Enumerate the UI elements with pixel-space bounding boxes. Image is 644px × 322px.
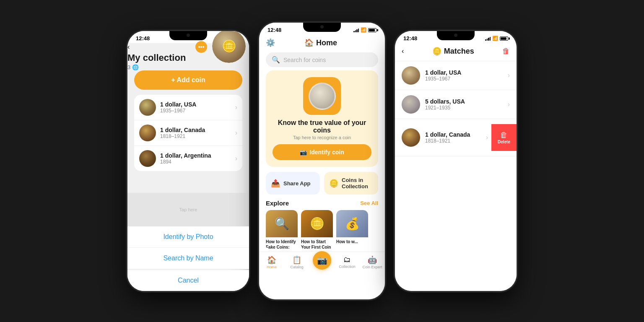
swipe-delete-button[interactable]: 🗑 Delete [491,124,517,151]
matches-screen: ‹ 🪙 Matches 🗑 1 dollar, USA 1935–1967 [395,43,517,156]
match-thumb-3 [402,128,420,147]
expert-nav-icon: 🤖 [368,255,377,265]
search-name-option[interactable]: Search by Name [127,248,249,269]
status-icons-3: 📶 [485,36,508,41]
match-year-2: 1921–1935 [425,105,508,111]
collection-count: 3 🌐 [127,64,249,70]
more-options-button[interactable]: ••• [195,43,207,53]
collection-nav-label: Collection [339,265,356,269]
time-3: 12:48 [403,35,417,42]
coin-info-1: 1 dollar, USA 1935–1967 [160,101,235,114]
phones-container: 12:48 📶 ‹ ••• [119,14,525,308]
coin-thumb-3 [139,150,156,167]
signal-icon-3 [485,36,491,41]
hero-title: Know the true value of your coins [273,119,371,134]
action-sheet-backdrop: Tap here [127,193,249,226]
action-options: Identify by Photo Search by Name [127,226,249,269]
cancel-button[interactable]: Cancel [127,270,249,291]
nav-expert[interactable]: 🤖 Coin Expert [360,254,385,270]
search-bar[interactable]: 🔍 Search for coins [266,52,378,67]
match-year-3: 1818–1921 [425,138,486,144]
matches-header: ‹ 🪙 Matches 🗑 [395,43,517,61]
coin-thumb-2 [139,125,156,141]
phone-home: 12:48 📶 ⚙️ 🏠 Hom [259,23,385,299]
coin-info-3: 1 dollar, Argentina 1894 [160,152,235,165]
match-chevron-2: › [508,101,510,108]
coin-item-3[interactable]: 1 dollar, Argentina 1894 › [134,146,242,171]
identify-coin-button[interactable]: 📷 Identify coin [273,144,371,160]
add-coin-button[interactable]: + Add coin [134,70,242,90]
camera-dot [187,34,190,37]
explore-card-1[interactable]: 🔍 How to Identify Fake Coins: [266,210,298,250]
chevron-icon-2: › [235,129,237,137]
settings-icon[interactable]: ⚙️ [266,38,275,47]
scan-icon: 📷 [300,149,307,156]
match-item-1[interactable]: 1 dollar, USA 1935–1967 › [395,61,517,90]
nav-home[interactable]: 🏠 Home [259,254,284,270]
see-all-button[interactable]: See All [360,200,378,206]
match-item-2[interactable]: 5 dollars, USA 1921–1935 › [395,90,517,119]
coin-year-2: 1818–1921 [160,133,235,139]
back-button-1[interactable]: ‹ [127,43,130,51]
matches-title: 🪙 Matches [432,47,474,56]
coin-info-2: 1 dollar, Canada 1818–1921 [160,127,235,139]
explore-grid: 🔍 How to Identify Fake Coins: 🪙 How to S… [266,210,378,250]
delete-all-button[interactable]: 🗑 [502,47,510,56]
signal-icon-2 [353,28,359,32]
collection-header: ‹ ••• 🪙 My collection 3 🌐 [127,43,249,70]
coin-matches-icon: 🪙 [432,47,441,56]
camera-dot-3 [454,34,457,37]
match-item-3[interactable]: 1 dollar, Canada 1818–1921 › 🗑 Delete [395,119,517,156]
share-icon: 📤 [271,179,280,188]
hero-coin-icon [303,77,341,115]
delete-label: Delete [498,140,510,144]
coin-list: 1 dollar, USA 1935–1967 › 1 dollar, Cana… [134,95,242,171]
camera-nav-button[interactable]: 📷 [313,251,331,270]
phone-collection: 12:48 📶 ‹ ••• [127,31,249,291]
coins-collection-button[interactable]: 🪙 Coins in Collection [324,172,378,195]
match-info-1: 1 dollar, USA 1935–1967 [425,69,508,82]
status-icons-2: 📶 [353,27,377,33]
catalog-nav-icon: 📋 [292,255,301,265]
quick-actions: 📤 Share App 🪙 Coins in Collection [259,169,385,198]
explore-section: Explore See All 🔍 How to Identify Fake C… [259,198,385,252]
home-icon: 🏠 [304,38,314,47]
back-button-3[interactable]: ‹ [402,47,404,55]
hero-subtitle: Tap here to recognize a coin [293,135,351,140]
explore-img-3: 💰 [336,210,368,237]
explore-card-3[interactable]: 💰 How to w... [336,210,368,250]
coin-item-2[interactable]: 1 dollar, Canada 1818–1921 › [134,120,242,146]
time-2: 12:48 [267,27,281,33]
nav-catalog[interactable]: 📋 Catalog [284,254,309,270]
action-sheet: Tap here Identify by Photo Search by Nam… [127,193,249,291]
coin-name-3: 1 dollar, Argentina [160,152,235,159]
explore-title-3: How to w... [336,239,368,244]
search-icon: 🔍 [272,56,280,64]
explore-img-2: 🪙 [301,210,333,237]
match-name-1: 1 dollar, USA [425,69,508,76]
collection-icon: 🪙 [329,179,338,188]
phone-matches: 12:48 📶 ‹ 🪙 Matc [395,31,517,291]
match-info-2: 5 dollars, USA 1921–1935 [425,98,508,111]
bottom-nav: 🏠 Home 📋 Catalog 📷 🗂 Collection 🤖 Coin E… [259,252,385,272]
notch-2 [303,23,341,32]
home-nav-icon: 🏠 [267,255,276,265]
expert-nav-label: Coin Expert [362,265,382,269]
chevron-icon-3: › [235,155,237,162]
explore-card-2[interactable]: 🪙 How to Start Your First Coin [301,210,333,250]
match-info-3: 1 dollar, Canada 1818–1921 [425,131,486,144]
share-app-button[interactable]: 📤 Share App [266,172,320,195]
coin-name-1: 1 dollar, USA [160,101,235,108]
nav-camera[interactable]: 📷 [309,254,335,270]
phone2-screen: 12:48 📶 ⚙️ 🏠 Hom [259,23,385,299]
coin-item-1[interactable]: 1 dollar, USA 1935–1967 › [134,95,242,120]
wifi-icon-2: 📶 [361,27,366,33]
coin-year-1: 1935–1967 [160,108,235,114]
trash-delete-icon: 🗑 [500,131,508,140]
explore-header: Explore See All [266,200,378,207]
nav-collection[interactable]: 🗂 Collection [335,254,360,270]
identify-photo-option[interactable]: Identify by Photo [127,226,249,248]
home-screen: ⚙️ 🏠 Home 🔍 Search for coins Know the [259,35,385,252]
battery-icon-2 [368,28,377,32]
time-1: 12:48 [136,35,150,42]
